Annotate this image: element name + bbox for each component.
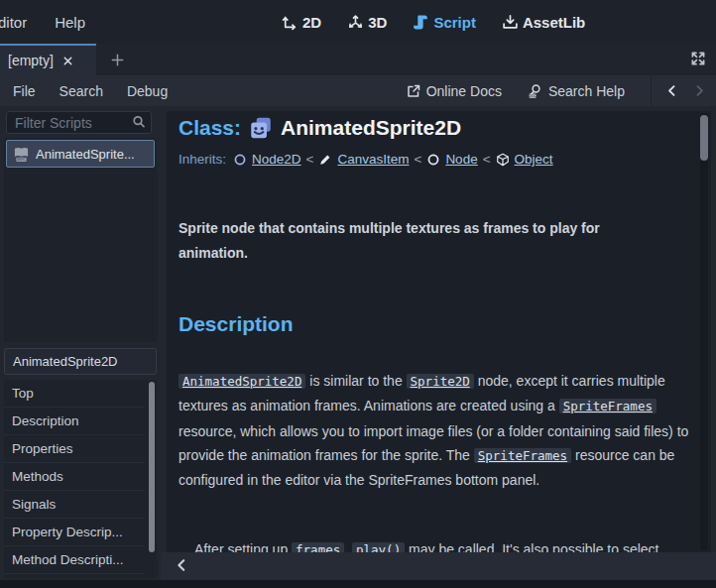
section-item-method-descripti[interactable]: Method Descripti... [4, 546, 145, 574]
history-forward-icon[interactable] [688, 80, 710, 102]
collapse-panel-icon[interactable] [175, 558, 190, 574]
canvasitem-icon [318, 153, 332, 167]
inherits-node2d[interactable]: Node2D [233, 152, 301, 167]
section-item-properties[interactable]: Properties [4, 435, 145, 463]
script-list: DOCAnimatedSprite... [4, 138, 157, 342]
paragraph-text: is similar to the [305, 373, 406, 389]
menu-search[interactable]: Search [60, 83, 103, 99]
code-link[interactable]: SpriteFrames [474, 448, 571, 463]
doc-sections-list: TopDescriptionPropertiesMethodsSignalsPr… [4, 380, 157, 578]
doc-scrollbar-track[interactable] [700, 113, 708, 550]
menu-file[interactable]: File [13, 83, 36, 99]
external-link-icon [406, 83, 421, 99]
node-icon [426, 153, 440, 167]
inherits-separator: < [483, 152, 491, 167]
section-item-description[interactable]: Description [4, 408, 145, 435]
section-item-property-descrip[interactable]: Property Descrip... [4, 519, 145, 546]
code-link[interactable]: Sprite2D [407, 374, 474, 389]
class-header: Class: AnimatedSprite2D [179, 115, 461, 141]
class-keyword: Class: [179, 116, 241, 140]
member-filter-value: AnimatedSprite2D [13, 354, 118, 369]
class-link[interactable]: Object [515, 152, 553, 167]
add-tab-button[interactable] [105, 48, 129, 71]
button-label: 3D [368, 14, 387, 31]
script-icon [413, 14, 429, 31]
class-link[interactable]: Node2D [252, 152, 301, 167]
section-item-signals[interactable]: Signals [4, 491, 145, 519]
main-screen-button-assetlib[interactable]: AssetLib [496, 10, 591, 35]
script-tab-bar: [empty] [0, 44, 716, 75]
close-icon[interactable] [61, 55, 74, 67]
button-label: 2D [302, 14, 321, 31]
class-link[interactable]: Node [445, 152, 477, 167]
main-screen-button-3d[interactable]: 3D [341, 10, 393, 35]
brief-description: Sprite node that contains multiple textu… [179, 216, 656, 266]
tab-label: [empty] [8, 53, 54, 68]
code-link[interactable]: play() [352, 542, 405, 552]
paragraph-text: , [344, 541, 352, 552]
code-link[interactable]: SpriteFrames [559, 399, 656, 413]
paragraph-text: may be called. It's also possible to sel… [405, 541, 658, 552]
inherits-canvasitem[interactable]: CanvasItem [318, 152, 409, 167]
toolbar-divider [651, 75, 652, 106]
main-screen-button-2d[interactable]: 2D [276, 10, 327, 35]
search-help-button[interactable]: DOC Search Help [528, 83, 625, 99]
axis-2d-icon [282, 14, 298, 31]
menu-help[interactable]: Help [55, 14, 85, 31]
description-paragraph: AnimatedSprite2D is similar to the Sprit… [179, 369, 690, 492]
clipped-paragraph: After setting up frames, play() may be c… [194, 537, 659, 552]
script-label: AnimatedSprite... [36, 147, 135, 162]
member-filter-field[interactable]: AnimatedSprite2D [4, 348, 157, 375]
window-bottom-edge [0, 580, 716, 588]
button-label: AssetLib [523, 14, 585, 31]
menu-debug[interactable]: Debug [127, 83, 168, 99]
script-editor-menu-bar: File Search Debug Online Docs DOC [0, 75, 716, 106]
menu-editor[interactable]: ditor [0, 14, 27, 31]
section-item-methods[interactable]: Methods [4, 463, 145, 491]
assetlib-icon [502, 14, 519, 31]
history-back-icon[interactable] [660, 80, 682, 102]
filter-scripts-input[interactable] [6, 111, 152, 134]
sections-scrollbar[interactable] [149, 382, 155, 552]
search-doc-icon: DOC [528, 83, 543, 99]
code-link[interactable]: frames [292, 542, 344, 552]
object-icon [496, 153, 510, 167]
tab-empty[interactable]: [empty] [0, 44, 96, 75]
distraction-free-icon[interactable] [689, 50, 709, 69]
inherits-node[interactable]: Node [426, 152, 477, 167]
paragraph-text: After setting up [194, 541, 292, 552]
online-docs-button[interactable]: Online Docs [406, 83, 502, 99]
class-link[interactable]: CanvasItem [337, 152, 409, 167]
svg-text:DOC: DOC [17, 158, 25, 162]
inherits-separator: < [414, 152, 421, 167]
online-docs-label: Online Docs [426, 83, 502, 99]
bottom-panel-bar [161, 552, 716, 580]
script-list-item[interactable]: DOCAnimatedSprite... [6, 140, 155, 168]
doc-book-icon: DOC [13, 146, 30, 163]
node2d-icon [233, 153, 247, 167]
inherits-label: Inherits: [179, 152, 226, 167]
description-heading: Description [179, 312, 294, 336]
section-item-top[interactable]: Top [4, 380, 145, 408]
svg-text:DOC: DOC [529, 94, 537, 98]
axis-3d-icon [347, 14, 364, 31]
inherits-separator: < [306, 152, 314, 167]
main-menu: ditor Help [0, 0, 85, 44]
filter-scripts-field [6, 111, 152, 134]
animatedsprite2d-icon [248, 115, 274, 141]
inherits-object[interactable]: Object [496, 152, 553, 167]
class-reference-panel: Class: AnimatedSprite2D Inherits: Node2D… [167, 111, 711, 552]
button-label: Script [433, 14, 476, 31]
search-help-label: Search Help [548, 83, 625, 99]
search-icon [131, 114, 147, 130]
main-screen-button-script[interactable]: Script [407, 10, 482, 35]
godot-editor-window: ditor Help 2D3DScriptAssetLib [empty] Fi… [0, 0, 716, 588]
main-screen-switcher: 2D3DScriptAssetLib [276, 0, 591, 44]
code-link[interactable]: AnimatedSprite2D [179, 374, 305, 389]
editor-top-bar: ditor Help 2D3DScriptAssetLib [0, 0, 716, 44]
class-name: AnimatedSprite2D [281, 116, 461, 140]
inherits-row: Inherits: Node2D<CanvasItem<Node<Object [179, 152, 553, 167]
doc-scrollbar-thumb[interactable] [700, 115, 708, 161]
